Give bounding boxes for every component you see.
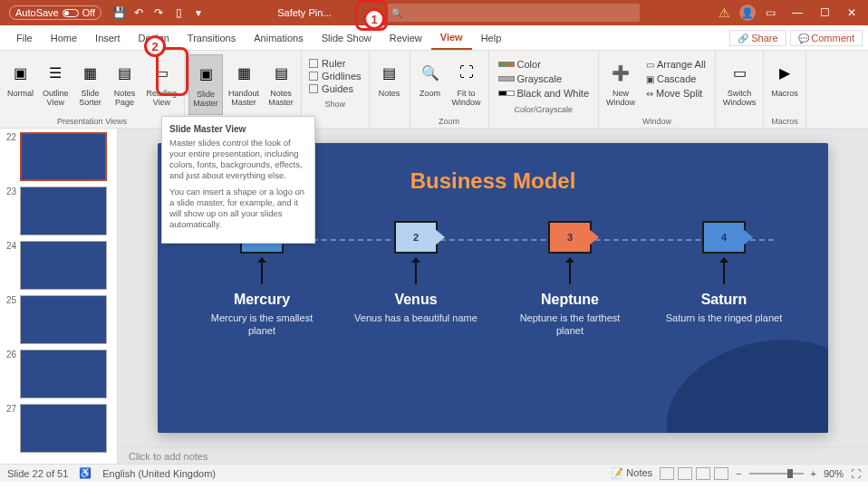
notes-button[interactable]: ▤Notes — [373, 54, 406, 124]
zoom-slider[interactable] — [749, 473, 804, 475]
group-label: Macros — [771, 115, 798, 126]
normal-view-button[interactable]: ▣Normal — [4, 54, 37, 115]
step-desc: Mercury is the smallest planet — [198, 312, 325, 337]
black-and-white-option[interactable]: Black and White — [497, 87, 591, 100]
slide-thumbnail[interactable] — [20, 295, 107, 344]
menu-transitions[interactable]: Transitions — [178, 25, 245, 50]
close-icon[interactable]: ✕ — [839, 4, 864, 22]
step-name: Venus — [394, 292, 437, 308]
language-status[interactable]: English (United Kingdom) — [102, 468, 216, 479]
start-slideshow-icon[interactable]: ▯ — [172, 6, 185, 19]
menu-home[interactable]: Home — [42, 25, 86, 50]
toggle-icon — [63, 9, 79, 17]
menu-insert[interactable]: Insert — [86, 25, 130, 50]
move-split-button[interactable]: ⇔ Move Split — [644, 87, 708, 100]
group-notes: ▤Notes — [370, 51, 410, 128]
sorter-view-icon[interactable] — [678, 467, 692, 480]
step-desc: Venus has a beautiful name — [354, 312, 477, 324]
color-option[interactable]: Color — [497, 58, 591, 71]
menu-file[interactable]: File — [7, 25, 42, 50]
group-switch-windows: ▭Switch Windows — [716, 51, 765, 128]
menu-view[interactable]: View — [431, 25, 472, 50]
accessibility-icon[interactable]: ♿ — [79, 467, 92, 479]
slide-thumbnail[interactable] — [20, 404, 107, 453]
guides-checkbox[interactable]: Guides — [309, 83, 361, 94]
share-button[interactable]: 🔗 Share — [729, 30, 786, 46]
ruler-checkbox[interactable]: Ruler — [309, 58, 361, 69]
arrange-all-button[interactable]: ▭ Arrange All — [644, 58, 708, 71]
notes-toggle[interactable]: 📝 Notes — [611, 467, 652, 479]
group-label: Show — [325, 98, 346, 109]
group-color-grayscale: Color Grayscale Black and White Color/Gr… — [489, 51, 599, 128]
fit-to-window-icon[interactable]: ⛶ — [851, 468, 861, 479]
redo-icon[interactable]: ↷ — [152, 6, 165, 19]
autosave-label: AutoSave — [15, 7, 59, 18]
warning-icon[interactable]: ⚠ — [719, 5, 730, 20]
slide-sorter-button[interactable]: ▦Slide Sorter — [74, 54, 107, 115]
maximize-icon[interactable]: ☐ — [812, 4, 837, 22]
step-desc: Saturn is the ringed planet — [666, 312, 782, 324]
slide-thumbnails-panel[interactable]: 22 23 24 25 26 27 — [0, 129, 118, 464]
menu-help[interactable]: Help — [472, 25, 511, 50]
outline-view-button[interactable]: ☰Outline View — [39, 54, 72, 115]
slide-thumbnail[interactable] — [20, 350, 107, 398]
step-name: Saturn — [701, 292, 747, 308]
gridlines-checkbox[interactable]: Gridlines — [309, 71, 361, 82]
reading-view-icon[interactable] — [696, 467, 710, 480]
tooltip-text: You can insert a shape or a logo on a sl… — [169, 187, 307, 230]
slide-counter[interactable]: Slide 22 of 51 — [7, 468, 68, 479]
account-avatar[interactable]: 👤 — [739, 5, 756, 21]
comment-button[interactable]: 💬 Comment — [790, 30, 863, 46]
tooltip-title: Slide Master View — [169, 124, 307, 134]
handout-master-button[interactable]: ▦Handout Master — [225, 54, 263, 115]
group-macros: ▶Macros Macros — [764, 51, 806, 128]
group-label: Zoom — [439, 115, 459, 126]
ribbon-options-icon[interactable]: ▭ — [757, 4, 783, 22]
title-bar: AutoSave Off 💾 ↶ ↷ ▯ ▾ Safety Pin... ⚠ 👤… — [0, 0, 868, 25]
notes-pane[interactable]: Click to add notes — [118, 447, 868, 464]
annotation-badge: 1 — [363, 8, 385, 30]
zoom-in-button[interactable]: + — [811, 468, 816, 479]
slide-thumbnail[interactable] — [20, 241, 107, 290]
slide-thumbnail[interactable] — [20, 187, 107, 235]
minimize-icon[interactable]: — — [785, 4, 810, 22]
search-input[interactable] — [386, 4, 640, 22]
zoom-button[interactable]: 🔍Zoom — [414, 54, 447, 115]
autosave-toggle[interactable]: AutoSave Off — [9, 5, 101, 20]
thumb-number: 24 — [4, 241, 16, 251]
menu-review[interactable]: Review — [381, 25, 431, 50]
group-window: ➕New Window ▭ Arrange All ▣ Cascade ⇔ Mo… — [599, 51, 716, 128]
switch-windows-button[interactable]: ▭Switch Windows — [719, 54, 760, 124]
menu-animations[interactable]: Animations — [245, 25, 312, 50]
step-name: Neptune — [541, 292, 599, 308]
slideshow-view-icon[interactable] — [714, 467, 728, 480]
group-label: Window — [642, 115, 671, 126]
notes-page-button[interactable]: ▤Notes Page — [109, 54, 141, 115]
zoom-level[interactable]: 90% — [824, 468, 844, 479]
cascade-button[interactable]: ▣ Cascade — [644, 72, 708, 85]
slide-thumbnail[interactable] — [20, 132, 107, 181]
status-bar: Slide 22 of 51 ♿ English (United Kingdom… — [0, 464, 868, 482]
workspace: 22 23 24 25 26 27 Business Model 1Mercur… — [0, 129, 868, 464]
new-window-button[interactable]: ➕New Window — [603, 54, 639, 115]
zoom-out-button[interactable]: − — [736, 468, 741, 479]
undo-icon[interactable]: ↶ — [132, 6, 145, 19]
quick-access-toolbar: 💾 ↶ ↷ ▯ ▾ — [112, 6, 205, 19]
annotation-callout: 2 — [156, 47, 188, 96]
save-icon[interactable]: 💾 — [112, 6, 125, 19]
slide-master-button[interactable]: ▣Slide Master — [188, 54, 223, 115]
notes-master-button[interactable]: ▤Notes Master — [265, 54, 297, 115]
thumb-number: 23 — [4, 187, 16, 197]
qat-dropdown-icon[interactable]: ▾ — [192, 6, 205, 19]
fit-to-window-button[interactable]: ⛶Fit to Window — [448, 54, 485, 115]
tooltip-text: Master slides control the look of your e… — [169, 138, 307, 181]
document-title[interactable]: Safety Pin... — [277, 7, 331, 18]
normal-view-icon[interactable] — [660, 467, 674, 480]
group-label: Presentation Views — [57, 115, 127, 126]
thumb-number: 22 — [4, 132, 16, 142]
group-zoom: 🔍Zoom ⛶Fit to Window Zoom — [410, 51, 489, 128]
menu-bar: File Home Insert Design Transitions Anim… — [0, 25, 868, 51]
macros-button[interactable]: ▶Macros — [767, 54, 802, 115]
grayscale-option[interactable]: Grayscale — [497, 72, 591, 85]
annotation-callout: 1 — [355, 0, 388, 31]
